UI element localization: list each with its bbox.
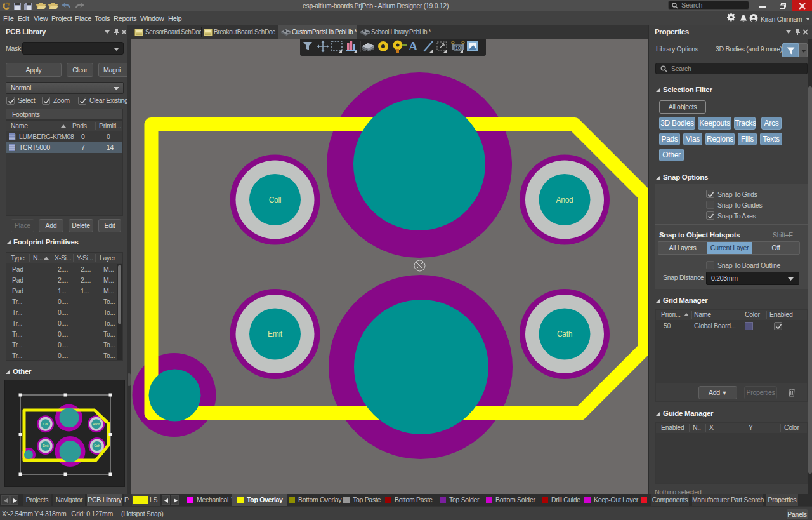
svg-text:Cath: Cath: [557, 330, 572, 338]
svg-text:Emit: Emit: [43, 444, 49, 448]
svg-text:Anod: Anod: [93, 422, 100, 426]
svg-text:10: 10: [455, 45, 461, 51]
svg-text:Coll: Coll: [269, 196, 281, 204]
svg-text:Emit: Emit: [268, 330, 283, 338]
svg-text:Cath: Cath: [94, 444, 100, 448]
svg-text:Coll: Coll: [43, 422, 48, 426]
svg-text:A: A: [409, 39, 417, 53]
svg-text:Anod: Anod: [556, 196, 573, 204]
